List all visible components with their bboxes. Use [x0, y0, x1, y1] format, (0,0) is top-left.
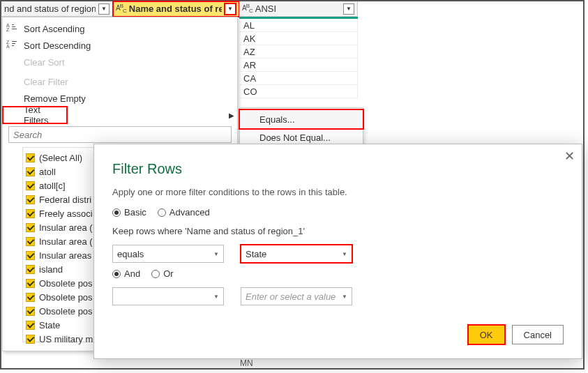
ok-button[interactable]: OK — [468, 325, 505, 344]
filter-equals[interactable]: Equals... — [240, 110, 363, 128]
clear-sort: Clear Sort — [3, 54, 237, 70]
column-header-region-1[interactable]: ABC Name and status of region_1 ▼ — [113, 1, 239, 17]
filter-value-label: island — [39, 264, 63, 275]
radio-label: Basic — [124, 207, 146, 218]
filter-value-label: Federal distri — [39, 195, 91, 205]
filter-value-label: atoll[c] — [39, 181, 66, 191]
column-dropdown-icon[interactable]: ▼ — [225, 3, 236, 15]
radio-icon — [151, 270, 160, 278]
sort-ascending[interactable]: AZ Sort Ascending — [3, 20, 237, 37]
submenu-arrow-icon: ▶ — [229, 112, 234, 119]
menu-label: Clear Sort — [24, 57, 65, 68]
checkbox-icon — [26, 335, 35, 344]
checkbox-icon — [26, 223, 35, 232]
text-filters-submenu: Equals... Does Not Equal... — [239, 107, 363, 149]
menu-label: Clear Filter — [24, 77, 68, 87]
filter-value-label: Insular area ( — [39, 236, 93, 247]
value-dropdown-2[interactable]: Enter or select a value ▼ — [241, 287, 352, 305]
filter-value-label: Freely associ — [39, 208, 93, 219]
filter-value-label: Obsolete pos — [39, 292, 93, 303]
ansi-column-cells: ALAKAZARCACO — [239, 17, 358, 98]
checkbox-icon — [26, 251, 35, 260]
filter-value-label: Obsolete pos — [39, 306, 93, 317]
mode-radio-group: Basic Advanced — [112, 207, 564, 218]
chevron-down-icon: ▼ — [213, 251, 219, 257]
radio-advanced[interactable]: Advanced — [158, 207, 210, 218]
ansi-cell[interactable]: CO — [239, 85, 358, 98]
dialog-buttons: OK Cancel — [468, 325, 564, 344]
ansi-cell[interactable]: CA — [239, 72, 358, 85]
column-dropdown-icon[interactable]: ▼ — [98, 3, 110, 15]
text-type-icon: ABC — [242, 3, 252, 14]
radio-icon — [158, 208, 166, 217]
column-header-ansi[interactable]: ABC ANSI ▼ — [239, 1, 358, 17]
radio-label: Or — [163, 268, 173, 279]
condition-row-2: ▼ Enter or select a value ▼ — [112, 287, 564, 305]
menu-label: Text Filters — [24, 105, 61, 125]
column-label: ANSI — [255, 3, 340, 14]
operator-dropdown-2[interactable]: ▼ — [112, 287, 224, 305]
menu-label: Equals... — [259, 114, 295, 125]
menu-label: Sort Ascending — [24, 24, 84, 34]
checkbox-icon — [26, 195, 35, 204]
filter-search-input[interactable] — [8, 126, 232, 143]
radio-label: Advanced — [169, 207, 210, 218]
radio-icon — [112, 270, 121, 278]
value-dropdown[interactable]: State ▼ — [241, 245, 352, 263]
sort-desc-icon: ZA — [7, 40, 18, 51]
ansi-cell[interactable]: AK — [239, 32, 358, 45]
filter-value-label: (Select All) — [39, 153, 82, 163]
partial-cell: MN — [240, 358, 253, 368]
sort-descending[interactable]: ZA Sort Descending — [3, 37, 237, 54]
operator-dropdown[interactable]: equals ▼ — [112, 245, 224, 263]
filter-search — [8, 126, 232, 143]
ansi-cell[interactable]: AR — [239, 59, 358, 72]
checkbox-icon — [26, 321, 35, 330]
column-label: nd and status of region — [4, 3, 96, 14]
checkbox-icon — [26, 153, 35, 162]
chevron-down-icon: ▼ — [213, 294, 219, 300]
cancel-button[interactable]: Cancel — [512, 325, 564, 344]
combo-value: State — [246, 249, 266, 259]
menu-label: Remove Empty — [24, 93, 86, 104]
radio-and[interactable]: And — [112, 268, 140, 279]
column-label: Name and status of region_1 — [129, 3, 222, 14]
ansi-cell[interactable]: AZ — [239, 45, 358, 59]
clear-filter: Clear Filter — [3, 73, 237, 90]
checkbox-icon — [26, 237, 35, 246]
menu-label: Sort Descending — [24, 40, 91, 51]
combo-value: equals — [117, 249, 144, 259]
button-label: OK — [480, 330, 493, 340]
text-filters[interactable]: Text Filters ▶ — [3, 107, 67, 123]
logic-radio-group: And Or — [112, 268, 564, 279]
filter-rows-dialog: ✕ Filter Rows Apply one or more filter c… — [93, 144, 582, 359]
filter-value-label: Insular area ( — [39, 222, 93, 233]
dialog-description: Apply one or more filter conditions to t… — [112, 187, 564, 197]
radio-or[interactable]: Or — [151, 268, 173, 279]
checkbox-icon — [26, 209, 35, 218]
checkbox-icon — [26, 181, 35, 190]
sort-asc-icon: AZ — [7, 23, 18, 34]
dialog-title: Filter Rows — [112, 161, 564, 177]
filter-value-label: Insular areas — [39, 250, 91, 261]
chevron-down-icon: ▼ — [342, 294, 347, 300]
radio-basic[interactable]: Basic — [112, 207, 146, 218]
ansi-cell[interactable]: AL — [239, 19, 358, 32]
column-header-region[interactable]: nd and status of region ▼ — [1, 1, 113, 17]
text-type-icon: ABC — [116, 3, 126, 14]
filter-value-label: State — [39, 320, 60, 330]
radio-label: And — [124, 268, 140, 279]
checkbox-icon — [26, 265, 35, 274]
checkbox-icon — [26, 279, 35, 288]
column-dropdown-icon[interactable]: ▼ — [343, 3, 354, 15]
close-icon[interactable]: ✕ — [564, 149, 575, 164]
column-headers: nd and status of region ▼ ABC Name and s… — [1, 1, 583, 17]
filter-value-label: Obsolete pos — [39, 278, 93, 289]
checkbox-icon — [26, 167, 35, 176]
checkbox-icon — [26, 307, 35, 316]
menu-label: Does Not Equal... — [259, 132, 331, 143]
combo-placeholder: Enter or select a value — [246, 291, 336, 302]
keep-rows-label: Keep rows where 'Name and status of regi… — [112, 226, 564, 236]
chevron-down-icon: ▼ — [342, 251, 347, 257]
condition-row-1: equals ▼ State ▼ — [112, 245, 564, 263]
